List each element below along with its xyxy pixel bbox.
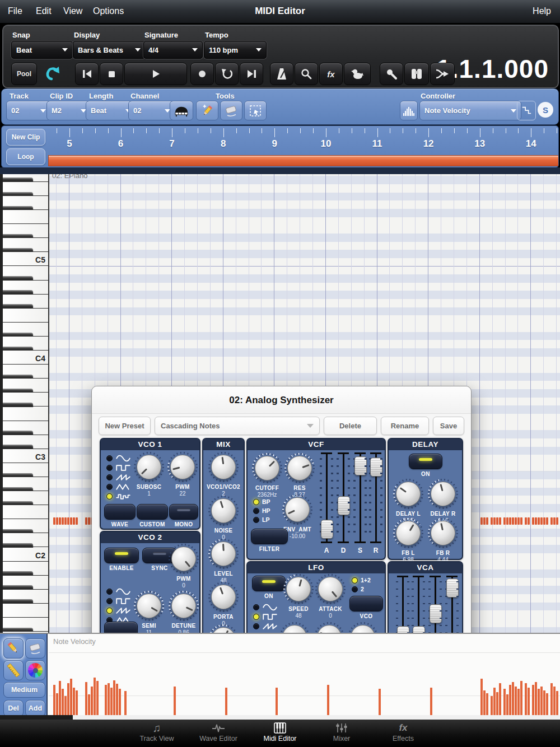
velocity-bar[interactable] — [76, 690, 78, 716]
velocity-bar[interactable] — [85, 682, 87, 716]
pencil-tool-button[interactable] — [3, 638, 24, 659]
browse-button[interactable] — [404, 63, 429, 85]
lfo-vcf-knob[interactable]: VCF24 — [312, 622, 346, 633]
midi-note[interactable] — [499, 517, 501, 525]
vca-sustain-slider[interactable]: S — [428, 576, 442, 633]
step-mode-button[interactable] — [517, 101, 536, 120]
noise-knob[interactable]: NOISE0 — [207, 495, 240, 540]
midi-note[interactable] — [538, 517, 540, 525]
piano-key-white[interactable] — [3, 604, 48, 618]
midi-note[interactable] — [553, 517, 556, 525]
velocity-bar[interactable] — [113, 680, 115, 716]
piano-keyboard[interactable]: C5C4C3C2 — [0, 174, 49, 633]
velocity-bar[interactable] — [174, 687, 176, 716]
lfo-attack-knob[interactable]: ATTACK0 — [314, 573, 347, 619]
velocity-bar[interactable] — [525, 683, 527, 716]
vco1-pwm-knob[interactable]: PWM22 — [166, 451, 199, 497]
filter-button[interactable]: FILTER — [251, 529, 288, 552]
velocity-area[interactable]: Note Velocity — [49, 634, 560, 716]
mix-balance-knob[interactable]: VCO1/VCO22 — [207, 451, 240, 497]
midi-note[interactable] — [512, 517, 514, 525]
piano-key-white[interactable]: C5 — [3, 252, 48, 266]
clip-region-bar[interactable] — [48, 155, 558, 166]
midi-note[interactable] — [491, 517, 493, 525]
velocity-bar[interactable] — [493, 688, 496, 716]
midi-note[interactable] — [88, 517, 90, 525]
velocity-bar[interactable] — [94, 678, 96, 716]
velocity-bar[interactable] — [56, 693, 58, 716]
vco2-wave-button[interactable]: WAVE — [104, 622, 138, 633]
velocity-bar[interactable] — [506, 694, 508, 716]
midi-note[interactable] — [59, 517, 61, 525]
midi-note[interactable] — [480, 517, 483, 525]
midi-note[interactable] — [535, 517, 537, 525]
velocity-bar[interactable] — [119, 689, 121, 716]
velocity-bar[interactable] — [64, 696, 67, 716]
cutoff-knob[interactable]: CUTOFF2362Hz — [251, 452, 283, 498]
merge-button[interactable] — [430, 63, 455, 85]
pool-button[interactable]: Pool — [11, 63, 37, 85]
display-dropdown[interactable]: Bars & Beats — [73, 41, 146, 59]
velocity-bar[interactable] — [225, 688, 227, 716]
signature-dropdown[interactable]: 4/4 — [143, 41, 203, 59]
preset-dropdown[interactable]: Cascading Notes — [155, 417, 320, 435]
color-tool-button[interactable] — [25, 660, 45, 680]
piano-key-white[interactable] — [3, 505, 48, 519]
lfo-vco-button[interactable]: VCO — [349, 596, 383, 619]
vca-release-slider[interactable]: R — [445, 576, 459, 633]
velocity-bar[interactable] — [62, 689, 64, 716]
piano-key-white[interactable]: C4 — [3, 351, 48, 365]
delay-on-button[interactable]: ON — [409, 454, 442, 477]
res-knob[interactable]: RES8.27 — [283, 452, 316, 498]
fb-l-knob[interactable]: FB L6.98 — [391, 517, 426, 563]
velocity-bar[interactable] — [59, 681, 61, 716]
duck-button[interactable] — [344, 63, 371, 85]
fb-r-knob[interactable]: FB R4.44 — [426, 517, 460, 563]
velocity-bar[interactable] — [491, 696, 493, 716]
velocity-bar[interactable] — [528, 688, 530, 716]
rename-preset-button[interactable]: Rename — [381, 417, 429, 435]
velocity-bar[interactable] — [105, 685, 107, 716]
tab-midi-editor[interactable]: Midi Editor — [256, 720, 304, 747]
delete-preset-button[interactable]: Delete — [324, 417, 377, 435]
midi-note[interactable] — [517, 517, 520, 525]
snap-dropdown[interactable]: Beat — [11, 41, 73, 59]
piano-key-white[interactable] — [3, 309, 48, 323]
velocity-bars-button[interactable] — [400, 101, 418, 120]
delete-button[interactable]: Del — [3, 700, 24, 717]
vco1-custom-button[interactable]: CUSTOM — [137, 504, 168, 527]
velocity-bar[interactable] — [546, 693, 548, 716]
velocity-bar[interactable] — [553, 687, 556, 716]
velocity-bar[interactable] — [483, 690, 486, 716]
velocity-bar[interactable] — [91, 687, 93, 716]
eraser-tool-button[interactable] — [220, 101, 242, 120]
midi-note[interactable] — [528, 517, 530, 525]
velocity-bar[interactable] — [550, 683, 553, 716]
velocity-bar[interactable] — [108, 683, 110, 716]
midi-note[interactable] — [503, 517, 506, 525]
midi-note[interactable] — [525, 517, 527, 525]
velocity-bar[interactable] — [124, 691, 127, 716]
level-knob[interactable]: LEVEL48 — [207, 538, 240, 583]
line-tool-button[interactable] — [3, 660, 24, 680]
detune-knob[interactable]: DETUNE0.86 — [167, 590, 200, 633]
loop-button[interactable]: Loop — [6, 148, 45, 165]
velocity-bar[interactable] — [379, 689, 381, 716]
midi-note[interactable] — [85, 517, 87, 525]
record-button[interactable] — [190, 63, 214, 85]
lfo-vca-knob[interactable]: VCA0 — [278, 622, 311, 633]
midi-note[interactable] — [62, 517, 64, 525]
subosc-knob[interactable]: SUBOSC1 — [132, 451, 166, 497]
vca-attack-slider[interactable]: A — [395, 576, 410, 633]
velocity-bar[interactable] — [499, 683, 501, 716]
mix-delay-knob[interactable]: DELAY5.94 — [207, 624, 240, 633]
velocity-bar[interactable] — [110, 688, 113, 716]
midi-note[interactable] — [53, 517, 55, 525]
vco2-wave-leds[interactable] — [106, 587, 130, 625]
velocity-bar[interactable] — [543, 690, 545, 716]
vco2-pwm-knob[interactable]: PWM0 — [167, 543, 200, 589]
vco2-enable-button[interactable]: ENABLE — [104, 548, 139, 571]
velocity-bar[interactable] — [480, 679, 483, 716]
solo-button[interactable]: S — [538, 102, 553, 118]
velocity-bar[interactable] — [538, 689, 540, 716]
